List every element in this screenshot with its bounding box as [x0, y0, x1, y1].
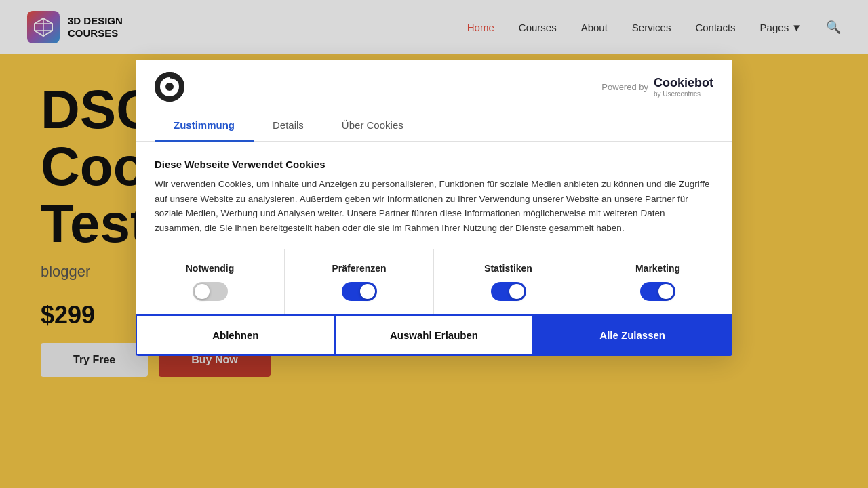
toggle-praeferenzen: Präferenzen [285, 249, 434, 314]
cookiebot-logo-block: Cookiebot by Usercentrics [654, 76, 713, 98]
allow-selection-button[interactable]: Auswahl Erlauben [334, 314, 533, 356]
cookie-action-buttons: Ablehnen Auswahl Erlauben Alle Zulassen [136, 314, 732, 356]
toggle-marketing-label: Marketing [635, 263, 680, 274]
powered-by-label: Powered by [601, 82, 648, 92]
cookiebot-branding: Powered by Cookiebot by Usercentrics [601, 76, 713, 98]
toggle-statistiken-knob [509, 284, 524, 299]
cookie-tabs: Zustimmung Details Über Cookies [136, 110, 732, 142]
cookiebot-brand-text: Cookiebot [654, 76, 713, 89]
toggle-marketing-switch[interactable] [640, 282, 675, 301]
cookiebot-name: Cookiebot [654, 76, 713, 90]
cookie-content-body: Wir verwenden Cookies, um Inhalte und An… [155, 177, 713, 235]
toggle-statistiken: Statistiken [434, 249, 583, 314]
toggle-statistiken-switch[interactable] [491, 282, 526, 301]
cookiebot-sub-text: by Usercentrics [654, 90, 713, 98]
toggle-praeferenzen-switch[interactable] [342, 282, 377, 301]
tab-ueber-cookies[interactable]: Über Cookies [323, 110, 422, 142]
toggle-statistiken-label: Statistiken [484, 263, 532, 274]
allow-all-button[interactable]: Alle Zulassen [532, 314, 732, 356]
reject-button[interactable]: Ablehnen [136, 314, 334, 356]
cookie-content-title: Diese Webseite Verwendet Cookies [155, 159, 713, 170]
toggle-praeferenzen-label: Präferenzen [332, 263, 386, 274]
cookie-logo [155, 72, 184, 102]
toggle-marketing: Marketing [583, 249, 732, 314]
tab-zustimmung[interactable]: Zustimmung [155, 110, 254, 142]
cookie-content: Diese Webseite Verwendet Cookies Wir ver… [136, 142, 732, 235]
tab-details[interactable]: Details [254, 110, 323, 142]
svg-point-6 [165, 83, 174, 91]
toggle-notwendig-knob [195, 284, 210, 299]
cookie-consent-modal: Powered by Cookiebot by Usercentrics Zus… [136, 60, 732, 356]
toggle-marketing-knob [658, 284, 673, 299]
cookie-toggles: Notwendig Präferenzen Statistiken Market… [136, 249, 732, 314]
toggle-notwendig-switch[interactable] [193, 282, 228, 301]
cookie-header: Powered by Cookiebot by Usercentrics [136, 60, 732, 102]
toggle-praeferenzen-knob [360, 284, 375, 299]
toggle-notwendig-label: Notwendig [186, 263, 235, 274]
toggle-notwendig: Notwendig [136, 249, 285, 314]
